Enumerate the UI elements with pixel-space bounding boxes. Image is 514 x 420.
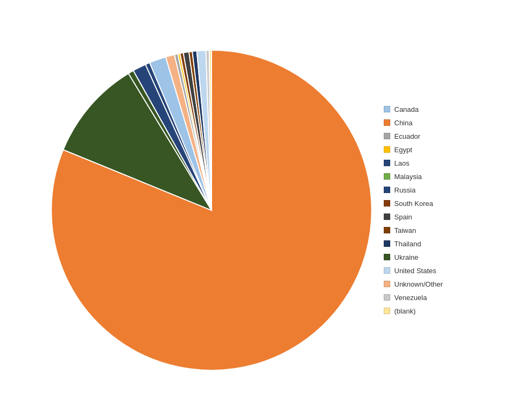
legend-item: Taiwan (384, 226, 470, 234)
chart-legend: CanadaChinaEcuadorEgyptLaosMalaysiaRussi… (384, 105, 470, 315)
legend-item: Venezuela (384, 294, 470, 302)
legend-label: United States (395, 267, 436, 275)
legend-color-box (384, 160, 390, 166)
legend-color-box (384, 133, 390, 139)
legend-item: Ecuador (384, 132, 470, 140)
legend-label: China (395, 119, 413, 127)
legend-item: South Korea (384, 200, 470, 208)
legend-item: Canada (384, 105, 470, 113)
legend-label: Venezuela (395, 294, 427, 302)
legend-item: Spain (384, 213, 470, 221)
legend-color-box (384, 146, 390, 153)
pie-chart (45, 44, 378, 377)
legend-color-box (384, 173, 390, 180)
legend-color-box (384, 187, 390, 193)
legend-label: Malaysia (395, 173, 422, 181)
legend-color-box (384, 294, 390, 301)
legend-label: South Korea (395, 200, 433, 208)
legend-item: China (384, 119, 470, 127)
legend-label: Taiwan (395, 226, 416, 234)
legend-label: (blank) (395, 307, 416, 315)
legend-color-box (384, 308, 390, 314)
legend-label: Canada (395, 105, 419, 113)
legend-color-box (384, 267, 390, 274)
legend-item: Malaysia (384, 173, 470, 181)
legend-label: Egypt (395, 146, 412, 154)
legend-label: Laos (395, 159, 410, 167)
chart-container: CanadaChinaEcuadorEgyptLaosMalaysiaRussi… (0, 0, 514, 420)
legend-item: Russia (384, 186, 470, 194)
legend-color-box (384, 281, 390, 287)
legend-color-box (384, 213, 390, 220)
legend-color-box (384, 106, 390, 112)
legend-color-box (384, 119, 390, 126)
legend-label: Thailand (395, 240, 421, 248)
legend-label: Ecuador (395, 132, 420, 140)
legend-color-box (384, 227, 390, 233)
legend-item: (blank) (384, 307, 470, 315)
legend-label: Spain (395, 213, 412, 221)
legend-label: Ukraine (395, 253, 419, 261)
legend-item: Ukraine (384, 253, 470, 261)
legend-item: Unknown/Other (384, 280, 470, 288)
legend-color-box (384, 254, 390, 260)
legend-item: Egypt (384, 146, 470, 154)
legend-item: Laos (384, 159, 470, 167)
legend-label: Unknown/Other (395, 280, 443, 288)
legend-item: United States (384, 267, 470, 275)
legend-item: Thailand (384, 240, 470, 248)
legend-label: Russia (395, 186, 416, 194)
legend-color-box (384, 200, 390, 207)
legend-color-box (384, 240, 390, 247)
